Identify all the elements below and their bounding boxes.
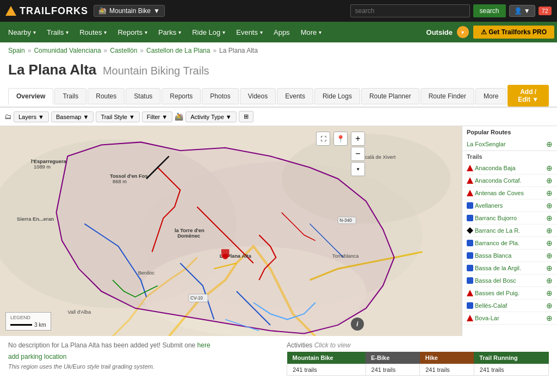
add-trail-icon[interactable]: ⊕ <box>546 314 553 322</box>
trail-item[interactable]: Basses del Puig. ⊕ <box>462 287 557 300</box>
trail-count: 241 trails <box>474 364 548 376</box>
add-trail-icon[interactable]: ⊕ <box>546 214 553 222</box>
tab-route-finder[interactable]: Route Finder <box>420 88 474 104</box>
trail-name: Barranco de Pla. <box>475 240 546 246</box>
col-hike[interactable]: Hike <box>420 352 474 364</box>
pro-button[interactable]: ⚠ Get Trailforks PRO <box>473 26 554 39</box>
fullscreen-button[interactable]: ⛶ <box>316 132 330 146</box>
trail-difficulty-blue <box>467 302 473 309</box>
page-title: La Plana Alta <box>8 61 96 78</box>
add-trail-icon[interactable]: ⊕ <box>546 201 553 210</box>
location-button[interactable]: 📍 <box>333 132 348 146</box>
trail-name: Bassa Blanca <box>475 252 546 259</box>
chevron-down-icon: ▼ <box>153 7 160 15</box>
add-trail-icon[interactable]: ⊕ <box>546 164 553 172</box>
trail-item[interactable]: Bassa del Bosc ⊕ <box>462 275 557 287</box>
add-trail-icon[interactable]: ⊕ <box>546 189 553 197</box>
breadcrumb-spain[interactable]: Spain <box>8 47 25 54</box>
trail-difficulty-blue <box>467 252 473 259</box>
col-mountain-bike[interactable]: Mountain Bike <box>287 352 366 364</box>
add-edit-button[interactable]: Add / Edit ▼ <box>508 85 549 107</box>
layers-button[interactable]: Layers ▼ <box>14 111 49 122</box>
nav-apps[interactable]: Apps <box>268 22 295 42</box>
trail-item[interactable]: Anaconda Baja ⊕ <box>462 162 557 175</box>
parking-link[interactable]: add parking location <box>8 353 66 360</box>
trail-item[interactable]: Antenas de Coves ⊕ <box>462 187 557 200</box>
zoom-out-button[interactable]: − <box>351 147 365 161</box>
nav-more[interactable]: More ▾ <box>295 22 327 42</box>
activity-type-button[interactable]: Activity Type ▼ <box>185 111 237 122</box>
bike-selector-label: Mountain Bike <box>109 7 151 15</box>
nav-reports[interactable]: Reports ▾ <box>112 22 153 42</box>
tab-routes[interactable]: Routes <box>88 88 125 104</box>
logo-triangle <box>5 6 16 16</box>
trail-item[interactable]: Bova-Lar ⊕ <box>462 312 557 325</box>
tab-photos[interactable]: Photos <box>202 88 238 104</box>
nav-parks[interactable]: Parks ▾ <box>153 22 187 42</box>
tab-events[interactable]: Events <box>277 88 313 104</box>
trail-item[interactable]: Barranc Bujorro ⊕ <box>462 212 557 225</box>
tab-trails[interactable]: Trails <box>54 88 86 104</box>
svg-text:N-340: N-340 <box>339 218 352 223</box>
description-text: No description for La Plana Alta has bee… <box>8 341 270 349</box>
add-trail-icon[interactable]: ⊕ <box>546 264 553 272</box>
trail-item[interactable]: Barranc de La R. ⊕ <box>462 225 557 237</box>
trail-item[interactable]: Barranco de Pla. ⊕ <box>462 237 557 250</box>
bike-selector[interactable]: 🚵 Mountain Bike ▼ <box>94 5 165 17</box>
trail-item[interactable]: Anaconda Cortaf. ⊕ <box>462 175 557 187</box>
search-input[interactable] <box>350 4 470 17</box>
filter-button[interactable]: Filter ▼ <box>142 111 172 122</box>
map[interactable]: l'Esparreguera 1089 m Tossol d'en Fos 86… <box>0 126 462 336</box>
svg-text:la Torre d'en: la Torre d'en <box>175 228 205 233</box>
tab-status[interactable]: Status <box>126 88 160 104</box>
tab-more[interactable]: More <box>475 88 506 104</box>
basemap-button[interactable]: Basemap ▼ <box>51 111 94 122</box>
info-button[interactable]: i <box>351 318 364 331</box>
add-route-icon[interactable]: ⊕ <box>546 140 553 148</box>
add-trail-icon[interactable]: ⊕ <box>546 289 553 297</box>
tab-videos[interactable]: Videos <box>240 88 276 104</box>
scale-bar: 3 km <box>10 322 46 328</box>
col-trail-running[interactable]: Trail Running <box>474 352 548 364</box>
description-link[interactable]: here <box>197 341 211 349</box>
breadcrumb-castellon-plana[interactable]: Castellon de La Plana <box>146 47 210 54</box>
col-ebike[interactable]: E-Bike <box>366 352 420 364</box>
add-trail-icon[interactable]: ⊕ <box>546 176 553 185</box>
tab-reports[interactable]: Reports <box>162 88 201 104</box>
nav-nearby[interactable]: Nearby ▾ <box>3 22 41 42</box>
nav-events[interactable]: Events ▾ <box>231 22 268 42</box>
zoom-extra-button[interactable]: ▾ <box>351 162 365 176</box>
tab-route-planner[interactable]: Route Planner <box>361 88 419 104</box>
outside-badge[interactable]: ▾ <box>457 26 469 38</box>
add-trail-icon[interactable]: ⊕ <box>546 301 553 310</box>
trail-item[interactable]: Bassa Blanca ⊕ <box>462 250 557 262</box>
add-trail-icon[interactable]: ⊕ <box>546 251 553 260</box>
trail-item[interactable]: Bassa de la Argil. ⊕ <box>462 262 557 275</box>
trail-item[interactable]: Bellés-Calaf ⊕ <box>462 300 557 312</box>
breadcrumb-castellon[interactable]: Castellón <box>110 47 137 54</box>
tab-ride-logs[interactable]: Ride Logs <box>314 88 360 104</box>
search-button[interactable]: search <box>473 4 506 17</box>
breadcrumb-sep: » <box>213 47 216 54</box>
description-area: No description for La Plana Alta has bee… <box>8 341 270 376</box>
grid-button[interactable]: ⊞ <box>239 111 253 122</box>
tab-overview[interactable]: Overview <box>8 88 53 105</box>
breadcrumb-comunidad[interactable]: Comunidad Valenciana <box>34 47 101 54</box>
logo-text[interactable]: TRAILFORKS <box>20 5 88 17</box>
trail-name: Barranc Bujorro <box>475 215 546 221</box>
nav-trails[interactable]: Trails ▾ <box>41 22 74 42</box>
activities-area: Activities Click to view Mountain Bike E… <box>287 341 549 376</box>
user-menu[interactable]: 👤 ▼ <box>509 5 535 17</box>
trail-name: Bassa del Bosc <box>475 277 546 284</box>
trail-style-button[interactable]: Trail Style ▼ <box>96 111 139 122</box>
trail-item[interactable]: Avellaners ⊕ <box>462 200 557 212</box>
nav-routes[interactable]: Routes ▾ <box>74 22 112 42</box>
notification-badge[interactable]: 72 <box>539 7 552 15</box>
popular-route-foxsenglar[interactable]: La FoxSenglar ⊕ <box>462 138 557 151</box>
add-trail-icon[interactable]: ⊕ <box>546 239 553 247</box>
add-trail-icon[interactable]: ⊕ <box>546 226 553 235</box>
zoom-in-button[interactable]: + <box>351 132 365 146</box>
breadcrumb-current: La Plana Alta <box>219 47 258 54</box>
add-trail-icon[interactable]: ⊕ <box>546 276 553 285</box>
nav-ride-log[interactable]: Ride Log ▾ <box>187 22 231 42</box>
